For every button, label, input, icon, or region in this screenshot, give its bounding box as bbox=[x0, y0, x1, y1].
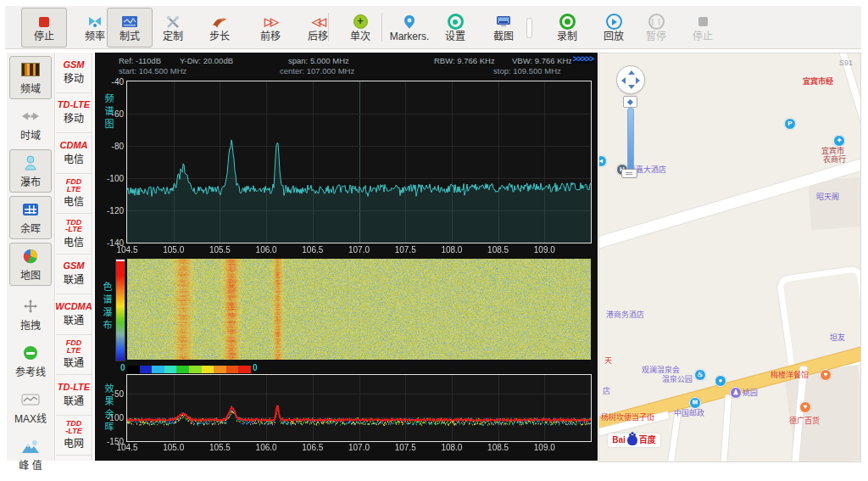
band-item[interactable]: CDMA电信 bbox=[56, 133, 92, 174]
band-carrier: 联通 bbox=[64, 312, 84, 327]
tool-reference-line[interactable]: 参考线 bbox=[9, 339, 52, 383]
band-item[interactable]: TDD-LTE电网 bbox=[56, 416, 92, 456]
spectrum-x-axis: 104.5105.0105.5106.0106.5107.0107.5108.0… bbox=[127, 245, 591, 255]
max-line-icon bbox=[21, 390, 40, 409]
pan-down-icon[interactable] bbox=[628, 85, 635, 89]
x-tick: 107.5 bbox=[391, 443, 420, 452]
view-persistence[interactable]: 余晖 bbox=[9, 196, 52, 239]
band-item[interactable]: TDD-LTE电信 bbox=[56, 214, 92, 254]
stop-freq: stop: 109.500 MHz bbox=[493, 66, 561, 76]
map-label: 姚园 bbox=[743, 389, 758, 397]
pause-icon: ❘❘ bbox=[648, 14, 665, 30]
pan-right-icon[interactable] bbox=[636, 77, 640, 84]
view-frequency-domain[interactable]: 频域 bbox=[9, 56, 52, 99]
band-logo: FDDLTE bbox=[66, 339, 82, 354]
band-logo: CDMA bbox=[60, 141, 88, 150]
x-tick: 108.5 bbox=[484, 245, 513, 254]
playback-button[interactable]: 回放 bbox=[591, 8, 637, 48]
toolbar: 停止 频率 制式 定制 步长 ▷▷ 前移 bbox=[5, 6, 861, 49]
band-carrier: 联通 bbox=[64, 271, 84, 286]
move-backward-label: 后移 bbox=[308, 31, 328, 42]
band-logo: GSM bbox=[63, 60, 84, 70]
start-freq: start: 104.500 MHz bbox=[119, 66, 186, 76]
backward-arrows-icon: ◁◁ bbox=[312, 16, 324, 28]
map-label: 观澜温泉会 bbox=[642, 366, 680, 374]
step-button-label: 步长 bbox=[209, 31, 230, 42]
markers-button[interactable]: Markers. bbox=[385, 8, 434, 48]
mode-button[interactable]: 制式 bbox=[107, 8, 153, 48]
frequency-icon bbox=[86, 14, 103, 31]
span-value: span: 5.000 MHz bbox=[288, 56, 349, 65]
view-map[interactable]: 地图 bbox=[9, 243, 52, 286]
x-tick: 104.5 bbox=[113, 443, 142, 452]
tool-drag[interactable]: 拖拽 bbox=[9, 293, 52, 336]
settings-button[interactable]: 设置 bbox=[432, 8, 478, 48]
map-panel[interactable]: S91 宜宾市经 P ✦ 宜宾市 农商行 昭天阁 ◂ H 蓉嘉大酒店 港商务酒店… bbox=[598, 53, 861, 462]
plus-circle-icon: + bbox=[353, 14, 368, 29]
move-forward-button[interactable]: ▷▷ 前移 bbox=[248, 8, 293, 48]
band-logo: TD-LTE bbox=[58, 383, 90, 392]
single-sweep-button[interactable]: + 单次 bbox=[337, 8, 383, 48]
pan-left-icon[interactable] bbox=[621, 77, 626, 84]
step-button[interactable]: 步长 bbox=[197, 8, 242, 48]
band-item[interactable]: TD-LTE联通 bbox=[56, 375, 92, 416]
map-zoom-slider[interactable] bbox=[627, 108, 634, 176]
tool-peak[interactable]: 峰 值 bbox=[9, 433, 52, 476]
map-pan-control[interactable] bbox=[616, 65, 645, 94]
network-band-list: GSM移动TD-LTE移动CDMA电信FDDLTE电信TDD-LTE电信GSM联… bbox=[56, 53, 92, 461]
x-tick: 106.0 bbox=[252, 443, 281, 452]
customize-button[interactable]: 定制 bbox=[150, 8, 196, 48]
band-item[interactable]: FDDLTE联通 bbox=[56, 335, 92, 376]
stop-button[interactable]: 停止 bbox=[21, 8, 67, 48]
hotspring-poi-icon: ♨ bbox=[694, 369, 706, 381]
x-tick: 109.0 bbox=[530, 443, 559, 452]
x-tick: 106.0 bbox=[252, 245, 281, 254]
map-locate-button[interactable] bbox=[623, 96, 637, 108]
map-zoom-handle[interactable] bbox=[621, 169, 637, 178]
band-logo: TDD-LTE bbox=[65, 219, 81, 233]
tool-max-line[interactable]: MAX线 bbox=[9, 386, 52, 429]
band-item[interactable]: GSM移动 bbox=[56, 53, 92, 93]
map-label: 杨树坎便当子街 bbox=[601, 413, 654, 422]
record-button[interactable]: 录制 bbox=[544, 8, 590, 48]
toolbar-separator bbox=[381, 13, 382, 42]
spectrum-plot bbox=[127, 81, 591, 243]
band-item[interactable]: FDDLTE电信 bbox=[56, 174, 92, 215]
garden-poi-icon: ♟ bbox=[730, 387, 742, 399]
band-item[interactable]: GSM联通 bbox=[56, 254, 92, 295]
waterfall-icon bbox=[22, 154, 39, 172]
sidebar-views: 频域 时域 瀑布 余晖 地图 拖拽 bbox=[7, 53, 55, 461]
x-tick: 107.0 bbox=[345, 443, 374, 452]
view-label: 瀑布 bbox=[20, 174, 41, 188]
map-label: 温泉公园 bbox=[662, 375, 693, 383]
map-label: 梅楼洋餐馆 bbox=[771, 371, 809, 379]
view-waterfall[interactable]: 瀑布 bbox=[9, 149, 52, 193]
legend-min: 0 bbox=[120, 363, 125, 372]
band-logo: GSM bbox=[63, 261, 84, 271]
waterfall-panel-title: 色谱瀑布 bbox=[100, 282, 114, 333]
road-shield-label: S91 bbox=[839, 59, 853, 67]
view-label: 余晖 bbox=[20, 221, 41, 235]
band-item[interactable]: WCDMA联通 bbox=[56, 294, 92, 335]
spectrum-analyzer-app: 停止 频率 制式 定制 步长 ▷▷ 前移 bbox=[0, 0, 868, 481]
stop-playback-button: 停止 bbox=[680, 8, 726, 48]
y-tick: -100 bbox=[95, 413, 124, 422]
waterfall-plot bbox=[127, 259, 591, 360]
band-carrier: 电网 bbox=[64, 435, 84, 450]
band-item[interactable]: TD-LTE移动 bbox=[56, 93, 92, 134]
tools-icon bbox=[164, 14, 181, 31]
pan-up-icon[interactable] bbox=[628, 70, 635, 75]
mountain-peak-icon bbox=[21, 437, 40, 456]
baidu-logo: Bai百度 bbox=[608, 433, 660, 447]
band-carrier: 电信 bbox=[64, 193, 84, 208]
x-tick: 105.0 bbox=[159, 443, 188, 452]
move-backward-button[interactable]: ◁◁ 后移 bbox=[295, 8, 341, 48]
double-arrow-icon bbox=[21, 107, 40, 126]
fast-forward-flag-icon: >>>>> bbox=[571, 54, 595, 64]
view-time-domain[interactable]: 时域 bbox=[9, 103, 52, 146]
customize-button-label: 定制 bbox=[163, 31, 183, 42]
baidu-paw-icon bbox=[627, 435, 637, 445]
map-label: 昭天阁 bbox=[816, 193, 839, 201]
center-freq: center: 107.000 MHz bbox=[280, 66, 354, 76]
screenshot-button[interactable]: 截图 bbox=[481, 8, 526, 48]
